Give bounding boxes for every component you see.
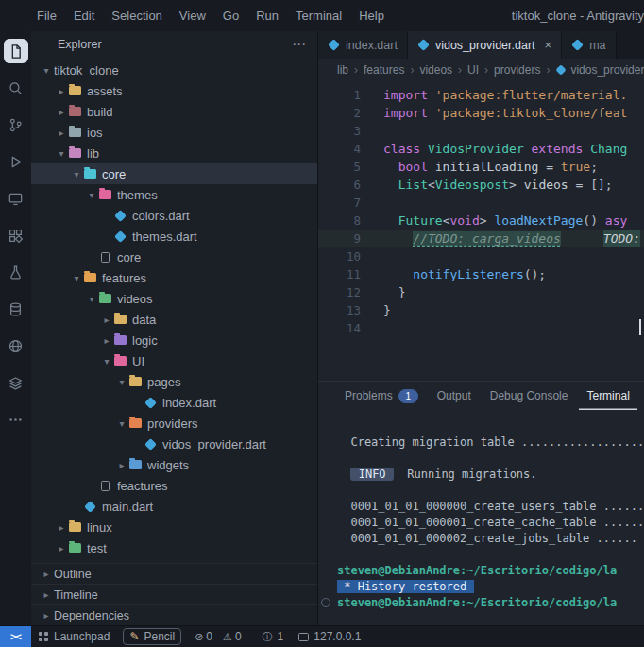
- sidebar-section-timeline[interactable]: ▸Timeline: [31, 584, 317, 604]
- search-icon[interactable]: [4, 76, 28, 100]
- close-icon[interactable]: ×: [545, 38, 552, 52]
- tree-item-label: main.dart: [102, 500, 153, 514]
- tree-item-logic[interactable]: ▸logic: [31, 330, 317, 350]
- panel-tab-terminal[interactable]: Terminal: [579, 382, 636, 410]
- panel-tab-output[interactable]: Output: [430, 382, 479, 410]
- tree-item-assets[interactable]: ▸assets: [31, 80, 317, 101]
- statusbar-host[interactable]: 127.0.0.1: [291, 626, 368, 647]
- testing-icon[interactable]: [4, 260, 28, 284]
- tree-item-vidos-provider-dart[interactable]: vidos_provider.dart: [31, 434, 317, 454]
- breadcrumb-item-videos[interactable]: videos: [419, 63, 452, 77]
- tree-item-label: pages: [147, 375, 180, 389]
- editor-group: index.dartvidos_provider.dart×ma lib›fea…: [318, 31, 644, 625]
- dart-file-icon: [144, 399, 157, 407]
- statusbar-info[interactable]: ⓘ 1: [255, 626, 292, 647]
- statusbar-launchpad[interactable]: Launchpad: [31, 626, 117, 647]
- terminal-line: [337, 547, 644, 563]
- code-line-4: 4class VidosProvider extends Chang: [318, 140, 644, 158]
- panel-tab-problems[interactable]: Problems1: [337, 382, 426, 410]
- code-editor[interactable]: 1import 'package:flutter/material.2impor…: [318, 80, 644, 381]
- chevron-right-icon: ▸: [54, 128, 69, 138]
- code-line-1: 1import 'package:flutter/material.: [318, 86, 644, 104]
- menu-edit[interactable]: Edit: [65, 9, 103, 23]
- breadcrumb-item-ui[interactable]: UI: [467, 63, 479, 77]
- command-decoration-icon[interactable]: [321, 598, 330, 607]
- dart-file-icon: [571, 39, 584, 51]
- folder-icon: [99, 294, 111, 303]
- database-icon[interactable]: [4, 297, 28, 321]
- tree-item-providers[interactable]: ▾providers: [31, 413, 317, 434]
- menu-file[interactable]: File: [28, 9, 65, 23]
- tree-item-pages[interactable]: ▾pages: [31, 371, 317, 392]
- breadcrumb-item-lib[interactable]: lib: [337, 63, 348, 77]
- explorer-icon[interactable]: [4, 39, 28, 63]
- terminal-line: 0001_01_01_000002_create_jobs_table ....…: [337, 531, 644, 547]
- source-control-icon[interactable]: [4, 112, 28, 137]
- tree-item-lib[interactable]: ▾lib: [31, 143, 317, 163]
- file-tree: ▾tiktok_clone▸assets▸build▸ios▾lib▾core▾…: [31, 58, 317, 563]
- tree-item-label: lib: [87, 146, 99, 161]
- globe-icon[interactable]: [4, 333, 28, 358]
- chevron-right-icon: ▸: [54, 543, 69, 553]
- menu-view[interactable]: View: [171, 9, 214, 23]
- explorer-more-actions-icon[interactable]: ⋯: [292, 36, 306, 53]
- window-title: tiktok_clone - Antigravity: [502, 9, 644, 23]
- section-label: Dependencies: [54, 609, 129, 622]
- tree-item-features[interactable]: ▾features: [31, 267, 317, 288]
- menu-go[interactable]: Go: [214, 9, 247, 23]
- breadcrumb-item-providers[interactable]: providers: [494, 63, 540, 77]
- tab-vidos-provider-dart[interactable]: vidos_provider.dart×: [408, 31, 562, 59]
- remote-explorer-icon[interactable]: [4, 186, 28, 211]
- panel-tab-debug-console[interactable]: Debug Console: [483, 382, 576, 410]
- tree-item-build[interactable]: ▸build: [31, 101, 317, 122]
- sidebar-section-outline[interactable]: ▸Outline: [31, 563, 317, 584]
- tree-item-themes[interactable]: ▾themes: [31, 184, 317, 205]
- tree-item-ios[interactable]: ▸ios: [31, 122, 317, 143]
- tab-ma[interactable]: ma: [562, 31, 616, 59]
- more-icon[interactable]: [4, 407, 28, 432]
- tree-item-themes-dart[interactable]: themes.dart: [31, 226, 317, 247]
- tree-item-label: core: [102, 167, 126, 181]
- menu-help[interactable]: Help: [350, 9, 393, 23]
- folder-icon: [69, 522, 81, 532]
- statusbar-problems[interactable]: ⊘0 ⚠0: [187, 626, 254, 647]
- tree-item-ui[interactable]: ▾UI: [31, 350, 317, 371]
- tree-item-linux[interactable]: ▸linux: [31, 517, 317, 537]
- tree-item-core[interactable]: core: [31, 247, 317, 267]
- tree-item-videos[interactable]: ▾videos: [31, 288, 317, 309]
- layers-icon[interactable]: [4, 370, 28, 395]
- remote-indicator[interactable]: ><: [0, 626, 31, 647]
- tree-item-data[interactable]: ▸data: [31, 309, 317, 330]
- run-debug-icon[interactable]: [4, 149, 28, 174]
- terminal-line: INFO Running migrations.: [337, 467, 644, 483]
- menu-terminal[interactable]: Terminal: [287, 9, 350, 23]
- tree-item-widgets[interactable]: ▸widgets: [31, 454, 317, 475]
- tree-item-label: data: [132, 313, 156, 327]
- menu-run[interactable]: Run: [247, 9, 287, 23]
- tree-item-core[interactable]: ▾core: [31, 163, 317, 184]
- folder-icon: [129, 460, 142, 469]
- line-number: 6: [318, 176, 361, 194]
- tree-item-label: colors.dart: [132, 209, 190, 223]
- breadcrumb-item-features[interactable]: features: [364, 63, 404, 77]
- terminal-line: * History restored: [337, 579, 644, 595]
- statusbar-pencil[interactable]: ✎ Pencil: [123, 628, 181, 645]
- tree-item-tiktok-clone[interactable]: ▾tiktok_clone: [31, 60, 317, 80]
- host-label: 127.0.0.1: [314, 630, 361, 643]
- extensions-icon[interactable]: [4, 223, 28, 247]
- terminal[interactable]: Creating migration table ...............…: [318, 410, 644, 625]
- tree-item-feactures[interactable]: feactures: [31, 475, 317, 496]
- tree-item-test[interactable]: ▸test: [31, 537, 317, 558]
- tab-index-dart[interactable]: index.dart: [318, 31, 408, 59]
- server-icon: [298, 633, 309, 641]
- tree-item-main-dart[interactable]: main.dart: [31, 496, 317, 517]
- breadcrumb-item-vidos-provider-dart[interactable]: vidos_provider.dart: [555, 63, 644, 77]
- tree-item-label: UI: [132, 354, 144, 368]
- tree-item-index-dart[interactable]: index.dart: [31, 392, 317, 413]
- menu-selection[interactable]: Selection: [103, 9, 170, 23]
- sidebar-section-dependencies[interactable]: ▸Dependencies: [31, 604, 317, 625]
- tree-item-colors-dart[interactable]: colors.dart: [31, 205, 317, 226]
- breadcrumb-separator-icon: ›: [484, 63, 488, 77]
- menubar: FileEditSelectionViewGoRunTerminalHelp: [0, 9, 393, 23]
- folder-icon: [129, 418, 142, 428]
